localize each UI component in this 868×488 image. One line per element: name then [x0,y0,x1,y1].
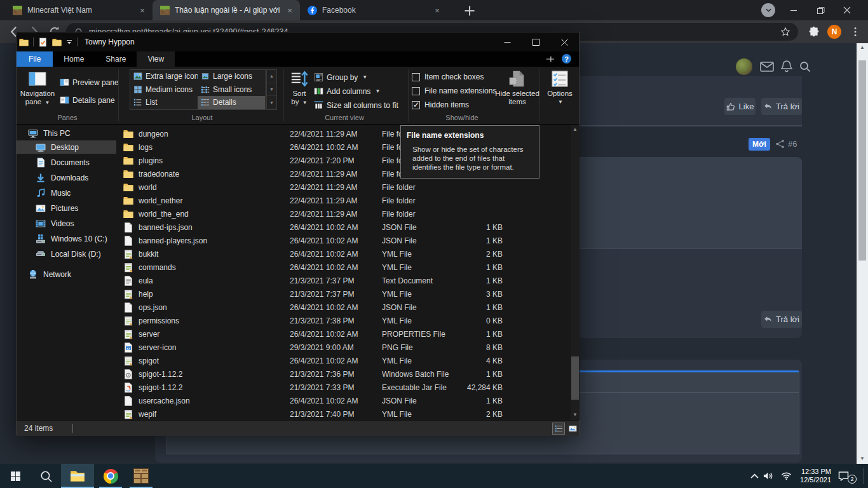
explorer-close-button[interactable] [550,32,579,51]
file-row[interactable]: help21/3/2021 7:37 PMYML File3 KB [116,288,571,301]
checkbox-item-check-boxes[interactable]: Item check boxes [412,72,484,82]
bookmark-star-icon[interactable] [780,27,790,37]
file-row[interactable]: banned-ips.json26/4/2021 10:02 AMJSON Fi… [116,221,571,234]
file-row[interactable]: commands26/4/2021 10:02 AMYML File1 KB [116,261,571,274]
layout-option-details[interactable]: Details [198,96,265,109]
taskbar-clock[interactable]: 12:33 PM 12/5/2021 [794,468,831,484]
profile-avatar[interactable]: N [827,25,841,39]
file-row[interactable]: ops.json26/4/2021 10:02 AMJSON File1 KB [116,301,571,315]
ribbon-tab-file[interactable]: File [17,51,53,67]
file-row[interactable]: server-icon29/3/2021 9:00 AMPNG File8 KB [116,341,571,355]
browser-tab[interactable]: Facebook× [300,0,447,20]
volume-icon[interactable] [763,471,774,480]
sidebar-item-this-pc[interactable]: This PC [17,126,116,140]
explorer-title-bar[interactable]: Towny Hyppon [17,32,579,51]
layout-option-list[interactable]: List [130,96,198,109]
details-view-toggle[interactable] [552,423,565,435]
file-row[interactable]: server26/4/2021 10:02 AMPROPERTIES File1… [116,328,571,341]
checkbox-hidden-items[interactable]: Hidden items [412,100,469,110]
scroll-down-icon[interactable]: ▼ [859,456,865,461]
file-row[interactable]: bukkit26/4/2021 10:02 AMYML File2 KB [116,248,571,261]
list-scroll-up-icon[interactable]: ▲ [571,126,580,132]
file-row[interactable]: spigot-1.12.221/3/2021 7:33 PMExecutable… [116,381,571,395]
taskbar-search-button[interactable] [31,464,61,488]
messages-icon[interactable] [760,61,774,72]
start-button[interactable] [0,464,31,488]
new-tab-button[interactable] [464,5,475,17]
sidebar-item-music[interactable]: Music [17,186,116,200]
scroll-up-icon[interactable]: ▲ [859,45,865,50]
forum-user-avatar[interactable] [736,58,752,75]
layout-option-small-icons[interactable]: Small icons [198,83,265,97]
checkbox-file-name-extensions[interactable]: File name extensions [412,86,496,96]
browser-restore-button[interactable] [807,0,834,20]
browser-tab[interactable]: Thảo luận ngoài lề - Ai giúp với |× [153,0,300,20]
ribbon-tab-home[interactable]: Home [53,51,95,67]
explorer-minimize-button[interactable] [493,32,522,51]
taskbar-chrome-button[interactable] [95,464,126,488]
size-columns-button[interactable]: Size all columns to fit [314,100,398,111]
options-button[interactable]: Options ▼ [543,69,577,106]
navigation-pane-button[interactable]: Navigationpane ▼ [18,69,57,107]
properties-icon[interactable] [38,37,48,47]
post-number[interactable]: #6 [788,139,797,149]
new-folder-icon[interactable] [52,37,62,47]
browser-tab[interactable]: Minecraft Việt Nam× [5,0,153,20]
details-pane-button[interactable]: Details pane [60,95,115,105]
page-scrollbar[interactable]: ▲ ▼ [857,43,868,464]
group-by-button[interactable]: Group by▼ [314,72,367,83]
browser-menu-icon[interactable] [854,27,857,37]
file-row[interactable]: permissions21/3/2021 7:38 PMYML File0 KB [116,315,571,328]
file-row[interactable]: world_the_end22/4/2021 11:29 AMFile fold… [116,208,571,221]
file-row[interactable]: usercache.json26/4/2021 10:02 AMJSON Fil… [116,395,571,408]
thumbnail-view-toggle[interactable] [566,423,579,435]
checkbox-icon[interactable] [412,87,420,95]
wifi-icon[interactable] [781,471,792,480]
sidebar-item-local-disk-d-[interactable]: Local Disk (D:) [17,247,116,261]
share-icon[interactable] [775,139,785,149]
list-scrollbar[interactable]: ▲ ▼ [571,125,580,420]
sidebar-item-videos[interactable]: Videos [17,217,116,230]
hide-selected-items-button[interactable]: Hide selecteditems [494,69,540,106]
gallery-scroll-buttons[interactable]: ▲▼▼ [266,69,277,110]
tab-search-button[interactable] [761,3,775,17]
sidebar-item-windows-10-c-[interactable]: Windows 10 (C:) [17,232,116,245]
list-scroll-thumb[interactable] [571,356,579,400]
sidebar-item-downloads[interactable]: Downloads [17,171,116,184]
file-row[interactable]: wepif21/3/2021 7:40 PMYML File2 KB [116,408,571,421]
ribbon-tab-share[interactable]: Share [95,51,137,67]
tab-close-icon[interactable]: × [137,5,147,15]
file-row[interactable]: banned-players.json26/4/2021 10:02 AMJSO… [116,234,571,248]
taskbar-explorer-button[interactable] [61,464,94,488]
layout-option-medium-icons[interactable]: Medium icons [130,83,198,97]
sidebar-item-network[interactable]: Network [17,268,116,281]
add-columns-button[interactable]: Add columns▼ [314,86,380,97]
reply-button-2[interactable]: Trả lời [761,311,802,328]
layout-option-extra-large-icons[interactable]: Extra large icons [130,70,198,83]
tray-expand-icon[interactable] [750,473,759,479]
tab-close-icon[interactable]: × [285,5,295,15]
sidebar-item-documents[interactable]: Documents [17,156,116,169]
list-scroll-down-icon[interactable]: ▼ [571,412,580,417]
reply-button[interactable]: Trả lời [761,98,802,115]
tab-close-icon[interactable]: × [432,5,442,15]
ribbon-tab-view[interactable]: View [137,51,175,67]
file-row[interactable]: eula21/3/2021 7:37 PMText Document1 KB [116,274,571,288]
taskbar-minecraft-button[interactable] [126,464,156,488]
file-row[interactable]: world_nether22/4/2021 11:29 AMFile folde… [116,194,571,208]
file-row[interactable]: spigot26/4/2021 10:02 AMYML File4 KB [116,355,571,368]
help-icon[interactable]: ? [562,54,571,64]
layout-option-large-icons[interactable]: Large icons [198,70,265,83]
sidebar-item-pictures[interactable]: Pictures [17,201,116,215]
preview-pane-button[interactable]: Preview pane [60,77,119,88]
extensions-icon[interactable] [808,26,820,37]
file-row[interactable]: spigot-1.12.221/3/2021 7:36 PMWindows Ba… [116,368,571,381]
customize-toolbar-icon[interactable] [66,39,72,45]
notifications-icon[interactable] [781,60,792,72]
checkbox-icon[interactable] [412,73,420,81]
like-button[interactable]: Like [724,98,756,115]
show-desktop-button[interactable] [864,468,864,484]
file-row[interactable]: world22/4/2021 11:29 AMFile folder [116,181,571,194]
explorer-maximize-button[interactable] [522,32,550,51]
pin-ribbon-icon[interactable] [546,55,555,63]
